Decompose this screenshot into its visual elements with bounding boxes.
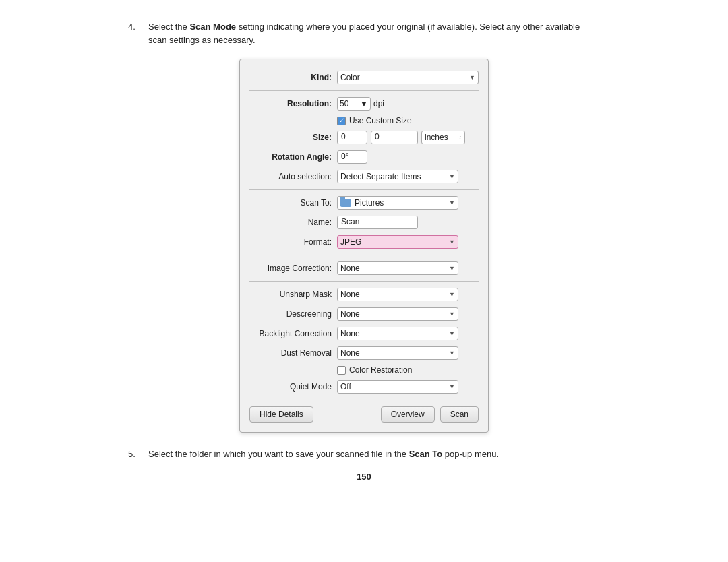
format-row: Format: JPEG ▼ — [249, 235, 479, 249]
unsharp-arrow: ▼ — [449, 291, 455, 298]
form-section-scanto: Scan To: Pictures ▼ Name: Scan — [240, 195, 488, 249]
rotation-row: Rotation Angle: 0° — [249, 150, 479, 164]
scan-to-select[interactable]: Pictures ▼ — [337, 196, 458, 210]
unsharp-control: None ▼ — [337, 288, 479, 301]
step5-number: 5. — [128, 447, 135, 461]
step4-intro: Select the Scan Mode setting indicating … — [148, 22, 580, 45]
backlight-row: Backlight Correction None ▼ — [249, 326, 479, 341]
backlight-control: None ▼ — [337, 327, 479, 340]
quiet-mode-row: Quiet Mode Off ▼ — [249, 379, 479, 394]
unsharp-value: None — [340, 290, 360, 299]
descreening-row: Descreening None ▼ — [249, 307, 479, 321]
backlight-arrow: ▼ — [449, 330, 455, 337]
quiet-mode-select[interactable]: Off ▼ — [337, 380, 458, 394]
kind-select[interactable]: Color ▼ — [337, 71, 479, 84]
format-label: Format: — [249, 237, 337, 247]
auto-selection-row: Auto selection: Detect Separate Items ▼ — [249, 169, 479, 184]
dust-removal-arrow: ▼ — [449, 350, 455, 356]
dpi-label: dpi — [373, 99, 384, 108]
size-unit-select[interactable]: inches ↕ — [421, 131, 465, 144]
page-content: 4. Select the Scan Mode setting indicati… — [128, 20, 600, 482]
scan-to-control: Pictures ▼ — [337, 196, 479, 210]
resolution-label: Resolution: — [249, 99, 337, 108]
unsharp-row: Unsharp Mask None ▼ — [249, 287, 479, 302]
custom-size-label: Use Custom Size — [349, 116, 412, 125]
page-number: 150 — [128, 472, 600, 482]
divider-1 — [249, 90, 479, 91]
backlight-select[interactable]: None ▼ — [337, 327, 458, 340]
descreening-control: None ▼ — [337, 307, 479, 321]
custom-size-checkbox[interactable]: ✓ — [337, 117, 346, 125]
rotation-control: 0° — [337, 150, 479, 164]
descreening-arrow: ▼ — [449, 311, 455, 317]
format-control: JPEG ▼ — [337, 235, 479, 249]
custom-size-row: ✓ Use Custom Size — [337, 116, 479, 125]
backlight-label: Backlight Correction — [249, 329, 337, 338]
scan-to-row: Scan To: Pictures ▼ — [249, 195, 479, 210]
name-control: Scan — [337, 216, 479, 229]
step4-bold: Scan Mode — [189, 22, 236, 32]
bottom-buttons: Hide Details Overview Scan — [240, 400, 488, 423]
auto-selection-label: Auto selection: — [249, 172, 337, 181]
descreening-label: Descreening — [249, 309, 337, 319]
form-section-unsharp: Unsharp Mask None ▼ Descreening None — [240, 287, 488, 394]
step5-intro: Select the folder in which you want to s… — [148, 449, 499, 459]
size-label: Size: — [249, 133, 337, 142]
quiet-mode-value: Off — [340, 382, 351, 392]
unsharp-label: Unsharp Mask — [249, 290, 337, 299]
resolution-select[interactable]: 50 ▼ — [337, 97, 371, 111]
color-restoration-checkbox[interactable] — [337, 366, 346, 375]
scan-to-label: Scan To: — [249, 198, 337, 208]
divider-3 — [249, 255, 479, 255]
btn-group-right: Overview Scan — [381, 406, 479, 423]
resolution-arrow: ▼ — [360, 99, 368, 108]
auto-selection-select[interactable]: Detect Separate Items ▼ — [337, 170, 458, 183]
unsharp-select[interactable]: None ▼ — [337, 288, 458, 301]
step4-number: 4. — [128, 20, 135, 34]
dust-removal-row: Dust Removal None ▼ — [249, 346, 479, 361]
size-width-input[interactable]: 0 — [337, 131, 367, 144]
image-correction-arrow: ▼ — [449, 265, 455, 272]
quiet-mode-arrow: ▼ — [449, 383, 455, 390]
scan-to-value: Pictures — [355, 198, 384, 208]
form-section-kind: Kind: Color ▼ — [240, 70, 488, 85]
auto-selection-arrow: ▼ — [449, 173, 455, 180]
image-correction-value: None — [340, 263, 360, 273]
step5-bold: Scan To — [409, 449, 443, 459]
format-select[interactable]: JPEG ▼ — [337, 235, 458, 249]
quiet-mode-control: Off ▼ — [337, 380, 479, 394]
scan-button[interactable]: Scan — [440, 406, 479, 423]
format-arrow: ▼ — [449, 239, 455, 245]
dust-removal-select[interactable]: None ▼ — [337, 346, 458, 360]
form-section-resolution: Resolution: 50 ▼ dpi ✓ Use Custom Size — [240, 96, 488, 184]
descreening-value: None — [340, 309, 360, 319]
rotation-label: Rotation Angle: — [249, 152, 337, 162]
form-section-image-correction: Image Correction: None ▼ — [240, 261, 488, 276]
size-row: Size: 0 0 inches ↕ — [249, 130, 479, 145]
image-correction-control: None ▼ — [337, 261, 479, 275]
size-unit-value: inches — [425, 133, 448, 142]
auto-selection-value: Detect Separate Items — [340, 172, 421, 181]
dust-removal-control: None ▼ — [337, 346, 479, 360]
size-height-input[interactable]: 0 — [371, 131, 418, 144]
kind-label: Kind: — [249, 73, 337, 82]
overview-button[interactable]: Overview — [381, 406, 435, 423]
kind-arrow: ▼ — [469, 74, 475, 81]
dust-removal-label: Dust Removal — [249, 348, 337, 358]
hide-details-button[interactable]: Hide Details — [249, 406, 313, 423]
scan-to-arrow: ▼ — [449, 199, 455, 206]
rotation-input[interactable]: 0° — [337, 150, 367, 164]
dialog-wrapper: Kind: Color ▼ Resolution: 50 — [128, 59, 600, 433]
image-correction-select[interactable]: None ▼ — [337, 261, 458, 275]
kind-value: Color — [340, 73, 360, 82]
format-value: JPEG — [340, 237, 361, 247]
size-unit-arrow: ↕ — [459, 134, 462, 141]
image-correction-row: Image Correction: None ▼ — [249, 261, 479, 276]
descreening-select[interactable]: None ▼ — [337, 307, 458, 321]
name-input[interactable]: Scan — [337, 216, 418, 229]
resolution-control: 50 ▼ dpi — [337, 97, 479, 111]
size-control: 0 0 inches ↕ — [337, 131, 479, 144]
color-restoration-row: Color Restoration — [337, 365, 479, 375]
checkbox-check-icon: ✓ — [339, 117, 344, 124]
kind-control: Color ▼ — [337, 71, 479, 84]
